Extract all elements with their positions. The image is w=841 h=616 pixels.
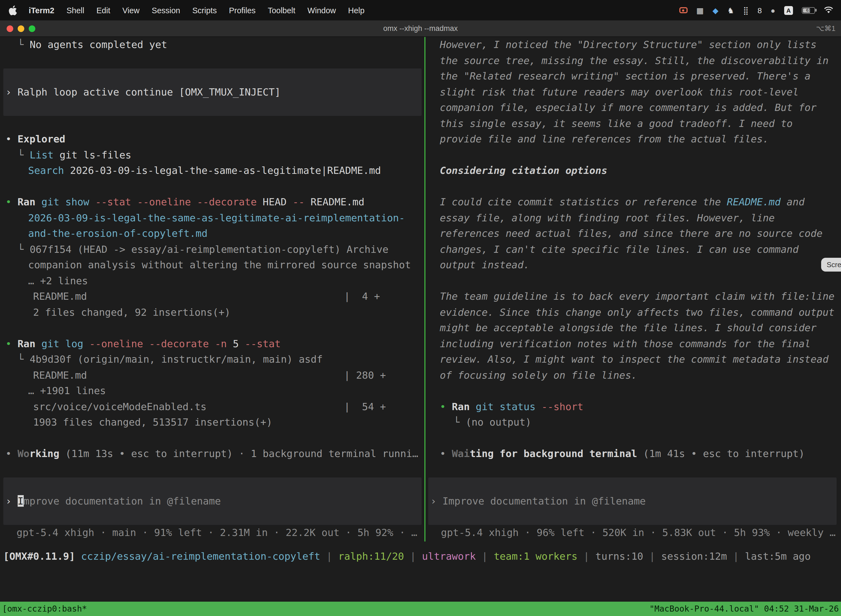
terminal: └ No agents completed yet› Ralph loop ac… [0,37,841,616]
terminal-line: • Explored [6,131,424,147]
keycap-8-icon[interactable]: 8 [757,6,762,14]
terminal-line: However, I noticed the "Directory Struct… [440,37,841,53]
terminal-line: evidence. Since this change only affects… [440,304,841,320]
close-button[interactable] [7,25,13,32]
wifi-icon[interactable] [824,7,833,14]
terminal-line: … +2 lines [6,273,424,289]
terminal-line: Search 2026-03-09-is-legal-the-same-as-l… [6,163,424,179]
blank-line [6,462,424,477]
input-source-icon[interactable]: A [784,6,793,15]
terminal-line: README.md | 4 + [6,289,424,304]
window-title-bar[interactable]: omx --xhigh --madmax ⌥⌘1 [0,21,841,37]
terminal-line: and-the-erosion-of-copyleft.md [6,226,424,242]
terminal-line: … +1901 lines [6,383,424,399]
blank-line [440,430,841,446]
terminal-line: • Working (11m 13s • esc to interrupt) ·… [6,446,424,462]
terminal-line: output instead. [440,257,841,273]
minimize-button[interactable] [18,25,24,32]
terminal-line: └ (no output) [440,415,841,430]
terminal-line: references need actual files, and since … [440,226,841,242]
chess-knight-icon[interactable]: ♞ [727,6,734,14]
blank-line [6,179,424,194]
status-icons: ▦◆♞⣿8●A61 [679,6,833,15]
terminal-line: › Ralph loop active continue [OMX_TMUX_I… [3,84,422,100]
thinking-heading: Considering citation options [440,163,841,179]
menu-session[interactable]: Session [146,6,186,15]
terminal-line: src/voice/voiceModeEnabled.ts | 54 + [6,399,424,415]
prompt-input-line: › Improve documentation in @filename [3,493,422,509]
terminal-line: slight risk that future readers may over… [440,84,841,100]
terminal-line: the source tree, missing the essay. Stil… [440,53,841,69]
terminal-line: 1903 files changed, 513517 insertions(+) [6,415,424,430]
terminal-line: README.md | 280 + [6,367,424,383]
apple-menu-icon[interactable] [9,5,18,15]
menu-profiles[interactable]: Profiles [223,6,262,15]
terminal-line: I could cite commit statistics or refere… [440,194,841,210]
terminal-line: companion analysis without altering the … [6,257,424,273]
screen-overlay-button[interactable]: Scre [821,258,841,271]
blank-line [440,383,841,399]
menu-help[interactable]: Help [342,6,371,15]
terminal-line: 2 files changed, 92 insertions(+) [6,304,424,320]
terminal-line: └ List git ls-files [6,147,424,163]
blank-line [6,430,424,446]
raycast-icon[interactable]: ◆ [712,6,718,14]
terminal-line: changes, I can't cite specific file line… [440,242,841,257]
terminal-line: • Ran git show --stat --oneline --decora… [6,194,424,210]
screen-recording-icon[interactable] [679,7,687,13]
omx-status-line: [OMX#0.11.9] cczip/essay/ai-reimplementa… [0,548,841,564]
blank-line [440,147,841,163]
terminal-line: including verification notes with those … [440,336,841,352]
battery-icon[interactable]: 61 [802,7,815,13]
split-panes: └ No agents completed yet› Ralph loop ac… [0,37,841,541]
terminal-line: • Ran git status --short [440,399,841,415]
menu-window[interactable]: Window [301,6,342,15]
terminal-line: • Ran git log --oneline --decorate -n 5 … [6,336,424,352]
prompt-input-line: › Improve documentation in @filename [428,493,837,509]
terminal-line: └ No agents completed yet [6,37,424,53]
terminal-empty-space [0,564,841,602]
menu-toolbelt[interactable]: Toolbelt [262,6,301,15]
terminal-line: └ 4b9d30f (origin/main, instructkr/main,… [6,352,424,367]
terminal-line: 2026-03-09-is-legal-the-same-as-legitima… [6,210,424,226]
model-status-line: gpt-5.4 xhigh · 96% left · 520K in · 5.8… [440,525,841,540]
terminal-line: companion file, especially if more comme… [440,100,841,116]
terminal-line: the "Related research writing" section i… [440,69,841,84]
blank-line [440,179,841,194]
terminal-line: might be acceptable alongside the file l… [440,320,841,336]
terminal-line: essay file, along with finding root file… [440,210,841,226]
model-status-line: gpt-5.4 xhigh · main · 91% left · 2.31M … [6,525,424,540]
prompt-input[interactable]: › Improve documentation in @filename [3,477,422,525]
window-grid-icon[interactable]: ▦ [696,6,703,14]
window-shortcut: ⌥⌘1 [816,24,835,32]
tmux-status-bar: [omx-cczip0:bash* "MacBook-Pro-44.local"… [0,602,841,616]
window-title: omx --xhigh --madmax [0,24,841,32]
blank-line [6,53,424,69]
blank-line [6,320,424,336]
terminal-line: └ 067f154 (HEAD -> essay/ai-reimplementa… [6,242,424,257]
ralph-loop-banner: › Ralph loop active continue [OMX_TMUX_I… [3,69,422,116]
tmux-host-time: "MacBook-Pro-44.local" 04:52 31-Mar-26 [649,604,839,614]
terminal-line: • Waiting for background terminal (1m 41… [440,446,841,462]
menu-items: iTerm2ShellEditViewSessionScriptsProfile… [23,6,371,15]
apps-grid-icon[interactable]: ⣿ [743,6,749,14]
menu-scripts[interactable]: Scripts [186,6,223,15]
zoom-button[interactable] [29,25,35,32]
app-circle-icon[interactable]: ● [771,6,775,14]
terminal-line: provide file and line references from th… [440,131,841,147]
terminal-pane-right[interactable]: However, I noticed the "Directory Struct… [425,37,841,541]
blank-line [440,273,841,289]
tmux-session-window: [omx-cczip0:bash* [2,604,87,614]
blank-line [6,116,424,131]
blank-line [440,462,841,477]
terminal-line: this single essay, it seems like a good … [440,116,841,131]
menu-iterm2[interactable]: iTerm2 [23,6,60,15]
traffic-lights [7,25,35,32]
menu-bar: iTerm2ShellEditViewSessionScriptsProfile… [0,0,841,21]
menu-shell[interactable]: Shell [60,6,91,15]
terminal-pane-left[interactable]: └ No agents completed yet› Ralph loop ac… [0,37,424,541]
prompt-input[interactable]: › Improve documentation in @filename [428,477,837,525]
menu-edit[interactable]: Edit [90,6,116,15]
terminal-line: The team guideline is to back every impo… [440,289,841,304]
menu-view[interactable]: View [116,6,145,15]
